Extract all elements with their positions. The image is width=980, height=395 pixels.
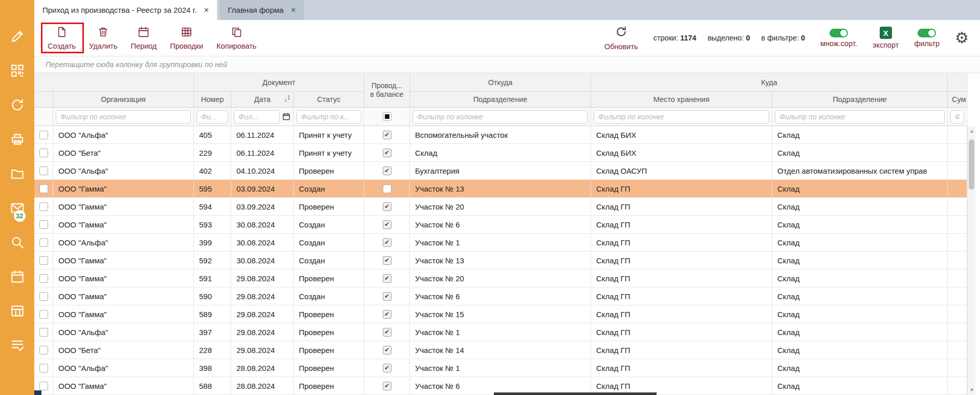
period-button[interactable]: Период: [130, 26, 157, 50]
horizontal-scrollbar-thumb[interactable]: [494, 392, 657, 395]
create-button[interactable]: Создать: [48, 26, 76, 50]
storage-filter-input[interactable]: [594, 110, 769, 123]
column-header-to-department[interactable]: Подразделение: [772, 92, 948, 108]
task-list-icon[interactable]: [10, 338, 25, 353]
delete-button[interactable]: Удалить: [89, 26, 117, 50]
row-select-checkbox[interactable]: [39, 131, 48, 139]
row-select-checkbox[interactable]: [39, 238, 48, 247]
organization-filter-input[interactable]: [56, 110, 191, 123]
row-select-checkbox[interactable]: [39, 274, 48, 283]
tab-close-icon[interactable]: ×: [291, 6, 296, 14]
table-row[interactable]: ООО "Бета"22829.08.2024ПроверенУчасток №…: [34, 341, 967, 359]
table-row[interactable]: ООО "Альфа"40506.11.2024Принят к учетуВс…: [34, 126, 967, 144]
column-header-status[interactable]: Статус: [294, 92, 364, 108]
scrollbar-thumb[interactable]: [969, 139, 974, 190]
postings-button[interactable]: Проводки: [170, 26, 203, 50]
qr-code-icon[interactable]: [10, 63, 25, 78]
group-header-from[interactable]: Откуда: [410, 73, 591, 92]
posted-checkbox[interactable]: [383, 364, 391, 372]
posted-checkbox[interactable]: [383, 256, 391, 265]
column-header-from-department[interactable]: Подразделение: [410, 92, 591, 108]
table-row[interactable]: ООО "Гамма"58929.08.2024ПроверенУчасток …: [34, 305, 967, 323]
column-header-date[interactable]: Дата ↓ 1: [231, 92, 294, 108]
scroll-down-icon[interactable]: ▼: [968, 386, 976, 394]
scroll-up-icon[interactable]: ▲: [968, 127, 976, 135]
table-row[interactable]: ООО "Гамма"59129.08.2024ПроверенУчасток …: [34, 269, 967, 287]
table-row[interactable]: ООО "Альфа"40204.10.2024ПроверенБухгалте…: [34, 162, 967, 180]
posted-checkbox[interactable]: [383, 310, 391, 319]
posted-filter-checkbox[interactable]: [383, 112, 391, 121]
status-filter-input[interactable]: [296, 110, 361, 123]
row-select-checkbox[interactable]: [39, 364, 48, 372]
group-header-document[interactable]: Документ: [194, 73, 364, 92]
table-row[interactable]: ООО "Гамма"59230.08.2024СозданУчасток № …: [34, 252, 967, 269]
folder-icon[interactable]: [10, 166, 25, 181]
column-header-number[interactable]: Номер: [194, 92, 231, 108]
posted-checkbox[interactable]: [383, 346, 391, 355]
data-table-icon[interactable]: [10, 303, 25, 319]
date-filter-input[interactable]: [234, 110, 280, 123]
row-select-checkbox[interactable]: [39, 220, 48, 229]
posted-checkbox[interactable]: [383, 292, 391, 301]
table-row[interactable]: ООО "Гамма"59503.09.2024СозданУчасток № …: [34, 180, 967, 198]
posted-checkbox[interactable]: [383, 131, 391, 139]
posted-checkbox[interactable]: [383, 238, 391, 247]
posted-checkbox[interactable]: [383, 149, 391, 157]
column-header-sum[interactable]: Сум...: [948, 92, 967, 108]
row-select-checkbox[interactable]: [39, 149, 48, 157]
excel-export-icon[interactable]: X: [880, 27, 892, 39]
status-cell: Проверен: [294, 305, 364, 323]
copy-button[interactable]: Копировать: [216, 26, 256, 50]
refresh-button[interactable]: Обновить: [604, 25, 638, 51]
row-select-checkbox[interactable]: [39, 167, 48, 175]
row-select-checkbox[interactable]: [39, 256, 48, 265]
posted-checkbox[interactable]: [383, 220, 391, 229]
calendar-icon[interactable]: [10, 269, 25, 284]
posted-checkbox[interactable]: [383, 274, 391, 283]
table-row[interactable]: ООО "Альфа"39729.08.2024ПроверенУчасток …: [34, 323, 967, 341]
status-cell: Создан: [294, 180, 364, 197]
table-row[interactable]: ООО "Альфа"39930.08.2024СозданУчасток № …: [34, 234, 967, 252]
column-header-posted[interactable]: Провод... в балансе: [364, 73, 410, 108]
tab-glavnaya-forma[interactable]: Главная форма ×: [220, 0, 304, 20]
column-header-organization[interactable]: Организация: [53, 92, 194, 108]
table-row[interactable]: ООО "Альфа"39828.08.2024ПроверенУчасток …: [34, 359, 967, 377]
tab-prihod-iz-proizvodstva[interactable]: Приход из производства - Реестр за 2024 …: [34, 0, 217, 20]
filter-toggle[interactable]: [918, 29, 936, 37]
row-select-checkbox[interactable]: [39, 310, 48, 319]
column-header-storage[interactable]: Место хранения: [591, 92, 772, 108]
row-select-checkbox[interactable]: [39, 382, 48, 390]
row-select-checkbox[interactable]: [39, 202, 48, 211]
from-department-filter-input[interactable]: [412, 110, 588, 123]
sync-icon[interactable]: [10, 97, 25, 113]
mail-icon[interactable]: 32: [10, 200, 25, 216]
posted-checkbox[interactable]: [383, 382, 391, 390]
row-select-checkbox[interactable]: [39, 292, 48, 301]
search-icon[interactable]: [10, 235, 25, 250]
table-row[interactable]: ООО "Бета"22906.11.2024Принят к учетуСкл…: [34, 144, 967, 162]
table-row[interactable]: ООО "Гамма"59330.08.2024СозданУчасток № …: [34, 216, 967, 234]
posted-checkbox[interactable]: [383, 328, 391, 337]
date-picker-icon[interactable]: [282, 112, 291, 121]
vertical-scrollbar[interactable]: ▲ ▼: [967, 126, 975, 395]
edit-pencil-icon[interactable]: [10, 29, 25, 44]
number-filter-input[interactable]: [197, 110, 228, 123]
print-icon[interactable]: [10, 132, 25, 147]
tab-close-icon[interactable]: ×: [204, 6, 209, 14]
storage-cell: Склад ГП: [591, 216, 772, 233]
table-row[interactable]: ООО "Гамма"59029.08.2024СозданУчасток № …: [34, 287, 967, 305]
posted-checkbox[interactable]: [383, 184, 391, 193]
sum-filter-input[interactable]: [950, 110, 964, 123]
export-control[interactable]: X экспорт: [873, 27, 899, 49]
posted-checkbox[interactable]: [383, 202, 391, 211]
row-select-checkbox[interactable]: [39, 184, 48, 193]
settings-gear-icon[interactable]: ⚙: [955, 30, 969, 46]
to-department-filter-input[interactable]: [775, 110, 945, 123]
group-header-to[interactable]: Куда: [591, 73, 948, 92]
row-select-checkbox[interactable]: [39, 346, 48, 355]
multisort-toggle[interactable]: [830, 29, 848, 37]
row-select-checkbox[interactable]: [39, 328, 48, 337]
posted-checkbox[interactable]: [383, 167, 391, 175]
table-row[interactable]: ООО "Гамма"59403.09.2024ПроверенУчасток …: [34, 198, 967, 216]
group-by-bar[interactable]: Перетащите сюда колонку для группировки …: [34, 56, 980, 73]
